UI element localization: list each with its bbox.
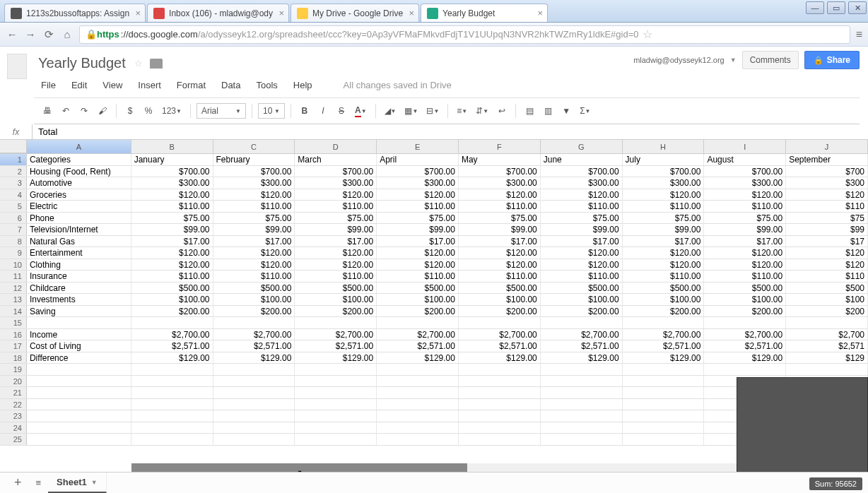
browser-tab[interactable]: My Drive - Google Drive× [291,4,419,22]
cell[interactable]: Groceries [27,189,131,201]
cell[interactable] [623,399,705,410]
menu-help[interactable]: Help [288,77,318,93]
cell[interactable]: $120.00 [131,247,213,259]
row-header[interactable]: 11 [0,271,27,282]
cell[interactable]: $500.00 [295,283,377,294]
cell[interactable] [27,410,131,422]
cell[interactable]: Television/Internet [27,224,131,235]
cell[interactable] [377,434,459,445]
cell[interactable]: $120.00 [704,259,786,271]
row-header[interactable]: 16 [0,329,27,340]
redo-button[interactable]: ↷ [76,103,92,119]
cell[interactable]: $120.00 [459,259,541,271]
cell[interactable]: $200.00 [623,306,705,317]
cell[interactable]: Cost of Living [27,340,131,352]
cell[interactable]: August [704,154,786,165]
cell[interactable]: Difference [27,352,131,364]
cell[interactable]: $120.00 [213,189,295,201]
undo-button[interactable]: ↶ [58,103,74,119]
browser-tab[interactable]: Inbox (106) - mladwig@ody× [147,4,289,22]
cell[interactable]: $17.00 [131,236,213,247]
cell[interactable]: $200.00 [131,306,213,317]
row-header[interactable]: 23 [0,410,27,422]
cell[interactable]: $75 [786,213,868,224]
row-header[interactable]: 19 [0,364,27,375]
cell[interactable]: Entertainment [27,247,131,259]
row-header[interactable]: 6 [0,213,27,224]
cell[interactable]: $300.00 [377,177,459,189]
cell[interactable]: $75.00 [623,213,705,224]
window-maximize-button[interactable]: ▭ [827,1,845,14]
cell[interactable]: $99.00 [623,224,705,235]
cell[interactable]: $120.00 [623,259,705,271]
cell[interactable]: $120 [786,247,868,259]
cell[interactable]: $300.00 [459,177,541,189]
cell[interactable]: $110.00 [704,201,786,212]
fill-color-button[interactable]: ◢ ▼ [382,103,399,119]
cell[interactable]: May [459,154,541,165]
cell[interactable]: Childcare [27,283,131,294]
cell[interactable]: $2,571.00 [131,340,213,352]
cell[interactable]: $700.00 [459,166,541,177]
row-header[interactable]: 20 [0,376,27,387]
cell[interactable] [213,434,295,445]
cell[interactable]: $200.00 [541,306,623,317]
cell[interactable] [459,376,541,387]
star-icon[interactable]: ☆ [134,58,143,69]
row-header[interactable]: 15 [0,317,27,328]
cell[interactable] [377,410,459,422]
cell[interactable] [131,317,213,328]
back-button[interactable]: ← [6,28,18,41]
cell[interactable]: Clothing [27,259,131,271]
cell[interactable]: $120.00 [623,189,705,201]
cell[interactable]: $2,700.00 [541,329,623,340]
cell[interactable] [541,376,623,387]
row-header[interactable]: 2 [0,166,27,177]
cell[interactable]: $700 [786,166,868,177]
cell[interactable] [459,364,541,375]
menu-edit[interactable]: Edit [66,77,93,93]
cell[interactable]: $2,700.00 [459,329,541,340]
cell[interactable] [623,410,705,422]
cell[interactable]: $17.00 [623,236,705,247]
row-header[interactable]: 4 [0,189,27,201]
cell[interactable]: $700.00 [704,166,786,177]
cell[interactable]: Phone [27,213,131,224]
strikethrough-button[interactable]: S [334,103,349,119]
cell[interactable]: $110.00 [623,201,705,212]
cell[interactable] [27,364,131,375]
font-select[interactable]: Arial▼ [197,103,246,119]
close-icon[interactable]: × [409,8,414,18]
close-icon[interactable]: × [537,8,543,18]
cell[interactable]: $110.00 [213,271,295,282]
row-header[interactable]: 22 [0,399,27,410]
column-header[interactable]: I [704,140,786,153]
cell[interactable] [377,387,459,398]
bookmark-star-icon[interactable]: ☆ [643,28,652,41]
align-horizontal-button[interactable]: ≡ ▼ [454,103,470,119]
cell[interactable]: $2,571.00 [541,340,623,352]
cell[interactable] [623,387,705,398]
home-button[interactable]: ⌂ [61,28,74,41]
cell[interactable] [377,422,459,434]
cell[interactable]: $200 [786,306,868,317]
cell[interactable]: $120.00 [295,247,377,259]
cell[interactable] [295,317,377,328]
cell[interactable]: $17.00 [213,236,295,247]
all-sheets-button[interactable]: ≡ [29,477,49,488]
menu-file[interactable]: File [35,77,61,93]
browser-tab[interactable]: 1213s2bussoftapps: Assign× [4,4,146,22]
comments-button[interactable]: Comments [742,51,799,69]
row-header[interactable]: 25 [0,434,27,445]
column-header[interactable]: A [27,140,131,153]
cell[interactable] [213,399,295,410]
cell[interactable]: $110.00 [459,201,541,212]
percent-button[interactable]: % [141,103,156,119]
cell[interactable]: $120.00 [541,247,623,259]
cell[interactable]: $120.00 [131,259,213,271]
cell[interactable]: $75.00 [131,213,213,224]
cell[interactable]: $2,700.00 [377,329,459,340]
currency-button[interactable]: $ [122,103,138,119]
cell[interactable]: $17.00 [541,236,623,247]
cell[interactable]: Categories [27,154,131,165]
